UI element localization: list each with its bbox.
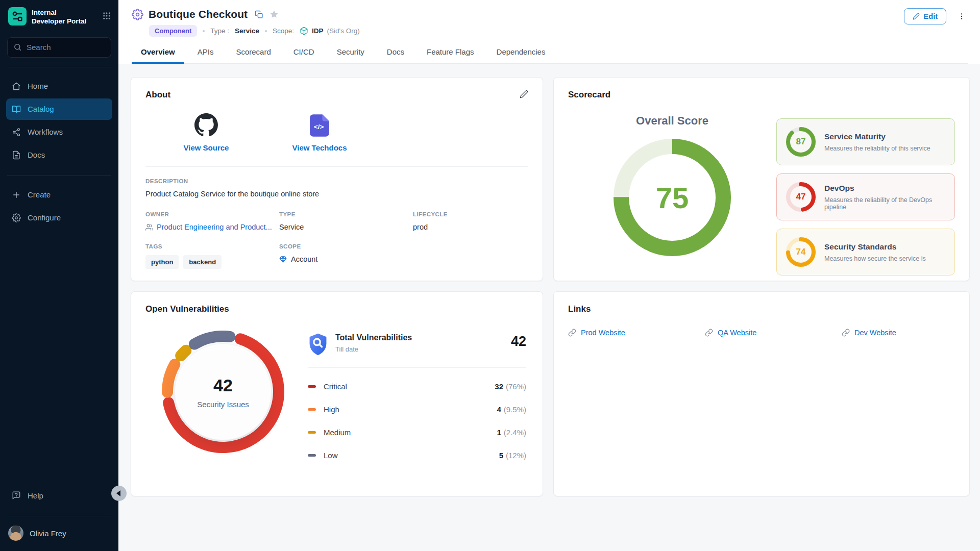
favorite-star-icon[interactable] xyxy=(270,10,279,19)
sidebar-item-help[interactable]: Help xyxy=(6,485,112,506)
sidebar-divider xyxy=(7,67,111,67)
users-icon xyxy=(145,223,153,231)
legend-value: 1 xyxy=(497,428,501,437)
logo-row: Internal Developer Portal xyxy=(0,0,118,31)
divider xyxy=(145,166,528,167)
copy-icon[interactable] xyxy=(255,10,263,19)
vulnerabilities-card: Open Vulnerabilities 42 Security Issues xyxy=(131,291,543,496)
edit-button[interactable]: Edit xyxy=(904,8,946,24)
plus-icon xyxy=(12,190,21,199)
workflow-icon xyxy=(12,128,21,137)
security-issues-label: Security Issues xyxy=(197,400,249,409)
about-title: About xyxy=(145,90,170,100)
account-gem-icon xyxy=(279,256,287,263)
owner-link[interactable]: Product Engineering and Product... xyxy=(145,223,279,231)
security-issues-count: 42 xyxy=(213,375,233,395)
user-name: Olivia Frey xyxy=(30,529,66,538)
tab-overview[interactable]: Overview xyxy=(132,41,184,64)
score-item-security-standards[interactable]: 74 Security Standards Measures how secur… xyxy=(776,229,955,276)
view-source-link[interactable]: View Source xyxy=(168,113,244,152)
sidebar-item-label: Catalog xyxy=(28,105,54,113)
sidebar-nav: Home Catalog Workflows Docs xyxy=(0,76,118,167)
tags-field: TAGS python backend xyxy=(145,243,279,269)
sidebar-item-configure[interactable]: Configure xyxy=(6,207,112,229)
lifecycle-value: prod xyxy=(413,223,528,231)
score-item-service-maturity[interactable]: 87 Service Maturity Measures the reliabi… xyxy=(776,118,955,165)
scope-org: (Sid's Org) xyxy=(327,27,360,35)
legend-label: High xyxy=(324,405,339,414)
search-icon xyxy=(13,43,22,52)
entity-kind-badge: Component xyxy=(149,25,197,37)
edit-about-pencil-icon[interactable] xyxy=(520,90,528,98)
legend-percent: (76%) xyxy=(506,382,526,391)
sidebar: Internal Developer Portal Home Catalog W… xyxy=(0,0,118,551)
sidebar-item-workflows[interactable]: Workflows xyxy=(6,121,112,143)
tab-scorecard[interactable]: Scorecard xyxy=(227,41,280,64)
about-card: About View Source </> View Techdocs xyxy=(131,77,543,281)
description-value: Product Catalog Service for the boutique… xyxy=(145,190,528,198)
tab-feature-flags[interactable]: Feature Flags xyxy=(418,41,483,64)
tags-label: TAGS xyxy=(145,243,279,249)
legend-row-medium: Medium 1(2.4%) xyxy=(308,421,526,444)
security-standards-donut: 74 xyxy=(786,237,816,267)
app-title: Internal Developer Portal xyxy=(32,7,97,26)
sidebar-item-label: Configure xyxy=(28,213,61,222)
tab-security[interactable]: Security xyxy=(328,41,374,64)
legend-percent: (9.5%) xyxy=(504,405,526,414)
more-options-kebab-icon[interactable] xyxy=(955,10,968,22)
cube-icon xyxy=(300,27,308,35)
sidebar-divider xyxy=(7,176,111,176)
legend-label: Critical xyxy=(324,382,347,391)
sidebar-item-create[interactable]: Create xyxy=(6,184,112,206)
sidebar-item-home[interactable]: Home xyxy=(6,76,112,97)
qa-website-link[interactable]: QA Website xyxy=(705,329,842,337)
links-card: Links Prod Website QA Website Dev Websit… xyxy=(553,291,970,496)
view-source-label: View Source xyxy=(184,143,229,152)
legend-row-critical: Critical 32(76%) xyxy=(308,375,526,398)
tab-bar: Overview APIs Scorecard CI/CD Security D… xyxy=(132,41,968,64)
scope-value-text: Account xyxy=(291,255,317,263)
search-box[interactable] xyxy=(7,37,111,58)
tag-pill[interactable]: python xyxy=(145,255,179,269)
link-label: QA Website xyxy=(718,329,756,337)
description-label: DESCRIPTION xyxy=(145,178,528,184)
score-items: 87 Service Maturity Measures the reliabi… xyxy=(776,118,955,276)
component-gear-icon xyxy=(132,9,143,20)
shield-scan-icon xyxy=(308,333,328,356)
breadcrumb: Component Type : Service Scope: IDP (Sid… xyxy=(149,25,968,37)
bullet-separator xyxy=(203,30,205,32)
dev-website-link[interactable]: Dev Website xyxy=(842,329,955,337)
user-menu[interactable]: Olivia Frey xyxy=(0,519,118,551)
score-name: Security Standards xyxy=(824,242,926,252)
sidebar-item-label: Docs xyxy=(28,151,45,159)
tab-docs[interactable]: Docs xyxy=(378,41,413,64)
overall-score-value: 75 xyxy=(656,181,689,215)
overall-score-label: Overall Score xyxy=(636,114,708,128)
score-value: 74 xyxy=(796,247,806,257)
sidebar-actions: Create Configure xyxy=(0,184,118,230)
score-item-devops[interactable]: 47 DevOps Measures the reliability of th… xyxy=(776,173,955,220)
content-grid: About View Source </> View Techdocs xyxy=(118,64,980,551)
sidebar-item-catalog[interactable]: Catalog xyxy=(6,98,112,120)
view-techdocs-link[interactable]: </> View Techdocs xyxy=(281,113,358,152)
legend-value: 5 xyxy=(499,451,503,460)
tab-apis[interactable]: APIs xyxy=(188,41,223,64)
sidebar-item-docs[interactable]: Docs xyxy=(6,144,112,166)
document-icon xyxy=(12,151,21,160)
link-label: Prod Website xyxy=(581,329,625,337)
scorecard-title: Scorecard xyxy=(568,90,955,100)
app-switcher-icon[interactable] xyxy=(102,7,111,20)
search-input[interactable] xyxy=(27,43,105,52)
tag-pill[interactable]: backend xyxy=(183,255,222,269)
legend-percent: (12%) xyxy=(506,451,526,460)
svg-text:</>: </> xyxy=(314,123,324,131)
prod-website-link[interactable]: Prod Website xyxy=(568,329,705,337)
gear-icon xyxy=(12,213,21,222)
vulnerability-legend: Critical 32(76%) High 4(9.5%) Medium 1(2… xyxy=(308,375,526,467)
divider xyxy=(308,367,526,368)
tab-cicd[interactable]: CI/CD xyxy=(284,41,324,64)
owner-label: OWNER xyxy=(145,211,279,217)
sidebar-collapse-button[interactable] xyxy=(111,486,127,501)
tab-dependencies[interactable]: Dependencies xyxy=(487,41,555,64)
score-description: Measures the reliability of the DevOps p… xyxy=(824,196,945,211)
